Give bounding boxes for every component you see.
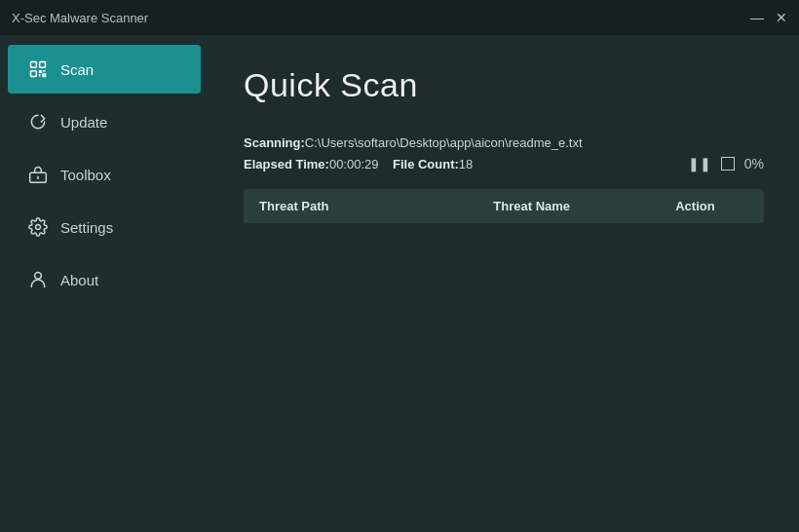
scan-icon <box>27 58 49 80</box>
table-header-row: Threat Path Threat Name Action <box>244 189 764 224</box>
pause-button[interactable]: ❚❚ <box>688 156 711 171</box>
sidebar-item-scan[interactable]: Scan <box>8 45 201 94</box>
svg-rect-0 <box>31 62 37 68</box>
sidebar-item-toolbox[interactable]: Toolbox <box>8 150 201 199</box>
sidebar-item-about[interactable]: About <box>8 255 201 304</box>
window-controls: — ✕ <box>750 11 787 24</box>
scanning-info: Scanning:C:\Users\softaro\Desktop\app\ai… <box>244 135 764 150</box>
file-count-value: 18 <box>459 157 473 171</box>
main-content: Quick Scan Scanning:C:\Users\softaro\Des… <box>209 35 799 532</box>
toolbox-icon <box>27 164 49 185</box>
threat-table: Threat Path Threat Name Action <box>244 189 764 224</box>
update-icon <box>27 111 49 133</box>
col-threat-name: Threat Name <box>477 189 660 224</box>
settings-icon <box>27 216 49 238</box>
status-left: Elapsed Time:00:00:29 File Count:18 <box>244 157 473 171</box>
sidebar-scan-label: Scan <box>60 61 94 78</box>
sidebar-toolbox-label: Toolbox <box>60 167 111 183</box>
svg-rect-1 <box>40 62 46 68</box>
col-threat-path: Threat Path <box>244 189 477 224</box>
scanning-path: C:\Users\softaro\Desktop\app\aicon\readm… <box>305 135 583 150</box>
about-icon <box>27 269 49 290</box>
app-title: X-Sec Malware Scanner <box>12 11 148 25</box>
sidebar-item-update[interactable]: Update <box>8 97 201 146</box>
col-action: Action <box>660 189 764 224</box>
sidebar-update-label: Update <box>60 114 107 131</box>
progress-percent: 0% <box>744 156 764 171</box>
elapsed-label: Elapsed Time: <box>244 157 329 171</box>
svg-point-5 <box>36 225 41 230</box>
close-button[interactable]: ✕ <box>776 11 787 24</box>
stop-button[interactable] <box>721 157 735 171</box>
sidebar: Scan Update Toolbox <box>0 35 209 532</box>
scanning-label: Scanning: <box>244 135 305 150</box>
svg-point-6 <box>35 273 42 280</box>
minimize-button[interactable]: — <box>750 11 764 24</box>
page-title: Quick Scan <box>244 66 764 104</box>
sidebar-item-settings[interactable]: Settings <box>8 203 201 251</box>
title-bar: X-Sec Malware Scanner — ✕ <box>0 0 799 35</box>
status-row: Elapsed Time:00:00:29 File Count:18 ❚❚ 0… <box>244 156 764 171</box>
sidebar-about-label: About <box>60 272 98 288</box>
elapsed-value: 00:00:29 <box>329 157 379 171</box>
sidebar-settings-label: Settings <box>60 219 113 236</box>
app-body: Scan Update Toolbox <box>0 35 799 532</box>
svg-rect-2 <box>31 71 37 77</box>
status-right: ❚❚ 0% <box>688 156 764 171</box>
file-count-label: File Count: <box>393 157 459 171</box>
